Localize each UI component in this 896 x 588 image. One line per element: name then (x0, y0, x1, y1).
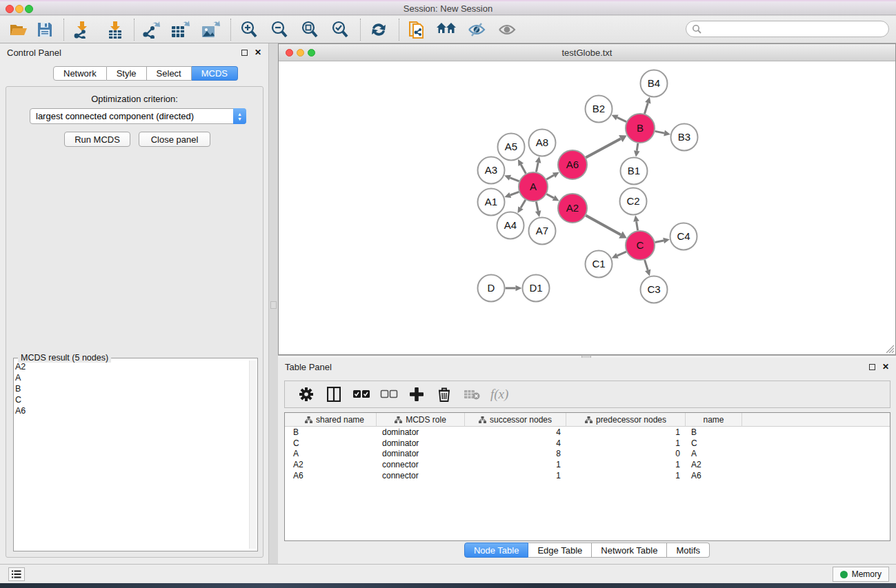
network-canvas[interactable]: B4B2BB3A8A5A6A3B1AC2A1A2A4A7C4CC1C3DD1 (279, 61, 895, 354)
criterion-dropdown[interactable]: largest connected component (directed) ▲… (30, 108, 246, 124)
tab-network[interactable]: Network (53, 66, 107, 81)
home-icon[interactable] (433, 19, 459, 41)
column-header[interactable]: successor nodes (465, 413, 566, 427)
column-header[interactable]: MCDS role (377, 413, 465, 427)
run-mcds-button[interactable]: Run MCDS (64, 132, 130, 147)
graph-edge[interactable] (645, 260, 648, 270)
graph-edge[interactable] (521, 200, 526, 208)
table-panel: Table Panel ✕ f(x) shared name MC (278, 358, 896, 564)
graph-edge[interactable] (637, 221, 638, 230)
import-network-icon[interactable] (69, 19, 95, 41)
refresh-icon[interactable] (366, 19, 392, 41)
graph-edge[interactable] (546, 175, 554, 179)
graph-edge[interactable] (536, 202, 538, 212)
hierarchy-icon (585, 416, 593, 423)
node-label: C (637, 239, 644, 251)
close-panel-icon[interactable]: ✕ (882, 362, 889, 372)
table-tabs: Node Table Edge Table Network Table Moti… (278, 543, 896, 558)
edge-arrowhead-icon (516, 285, 522, 292)
close-panel-icon[interactable]: ✕ (255, 48, 261, 57)
status-bar: Memory (0, 564, 896, 583)
mcds-result-list[interactable]: A2 A B C A6 (15, 361, 26, 416)
tab-mcds[interactable]: MCDS (192, 66, 238, 81)
graph-edge[interactable] (586, 139, 621, 157)
result-scrollbar[interactable] (249, 361, 256, 549)
float-panel-icon[interactable] (869, 364, 875, 370)
table-row[interactable]: Bdominator 41 B (285, 427, 890, 438)
task-history-button[interactable] (8, 567, 25, 581)
result-item[interactable]: C (15, 394, 26, 405)
zoom-out-icon[interactable] (266, 19, 292, 41)
add-icon[interactable] (408, 385, 426, 403)
result-item[interactable]: A6 (15, 405, 26, 416)
close-panel-button[interactable]: Close panel (139, 132, 210, 147)
control-panel-header: Control Panel ✕ (0, 43, 268, 61)
node-label: A4 (504, 219, 517, 231)
edge-arrowhead-icon (645, 270, 650, 276)
zoom-in-icon[interactable] (236, 19, 262, 41)
export-table-icon[interactable] (167, 19, 193, 41)
tab-select[interactable]: Select (147, 66, 192, 81)
show-details-icon[interactable] (494, 19, 520, 41)
zoom-selected-icon[interactable] (327, 19, 353, 41)
table-row[interactable]: A2connector 11 A2 (285, 459, 890, 470)
tab-node-table[interactable]: Node Table (464, 543, 529, 558)
dropdown-stepper-icon: ▲▼ (233, 108, 246, 124)
network-title: testGlobe.txt (279, 48, 895, 58)
tab-style[interactable]: Style (107, 66, 147, 81)
graph-edge[interactable] (617, 117, 626, 121)
column-header[interactable]: name (686, 413, 742, 427)
column-header[interactable]: predecessor nodes (566, 413, 686, 427)
graph-edge[interactable] (655, 241, 664, 243)
resize-grip-icon[interactable] (884, 343, 894, 353)
tab-motifs[interactable]: Motifs (667, 543, 710, 558)
graph-edge[interactable] (586, 216, 621, 235)
graph-edge[interactable] (536, 163, 538, 172)
delete-icon[interactable] (435, 385, 453, 403)
column-layout-icon[interactable] (325, 385, 343, 403)
network-graph[interactable]: B4B2BB3A8A5A6A3B1AC2A1A2A4A7C4CC1C3DD1 (279, 61, 895, 354)
open-file-icon[interactable] (6, 19, 32, 41)
search-box[interactable] (686, 21, 889, 37)
result-item[interactable]: A (15, 372, 26, 383)
control-panel-tabs: Network Style Select MCDS (53, 66, 238, 81)
node-label: A6 (566, 159, 579, 170)
graph-edge[interactable] (617, 252, 626, 256)
tab-network-table[interactable]: Network Table (592, 543, 667, 558)
unselect-all-columns-icon[interactable] (380, 385, 398, 403)
table-row[interactable]: Cdominator 41 C (285, 438, 890, 449)
delete-table-icon[interactable] (463, 385, 481, 403)
network-window-titlebar[interactable]: testGlobe.txt (279, 44, 895, 61)
function-builder-icon[interactable]: f(x) (490, 387, 508, 402)
node-table[interactable]: shared name MCDS role successor nodes pr… (284, 412, 890, 541)
zoom-fit-icon[interactable] (297, 19, 323, 41)
graph-edge[interactable] (546, 194, 553, 199)
search-input[interactable] (701, 24, 874, 34)
result-item[interactable]: B (15, 383, 26, 394)
node-label: C2 (626, 195, 639, 207)
tab-edge-table[interactable]: Edge Table (528, 543, 592, 558)
graph-edge[interactable] (655, 131, 665, 133)
table-row[interactable]: Adominator 80 A (285, 449, 890, 460)
graph-edge[interactable] (510, 178, 519, 181)
export-network-icon[interactable] (138, 19, 164, 41)
select-all-columns-icon[interactable] (352, 385, 370, 403)
save-session-icon[interactable] (32, 19, 58, 41)
graph-edge[interactable] (510, 192, 519, 195)
split-divider-handle[interactable] (270, 301, 277, 309)
session-title: Session: New Session (0, 3, 896, 14)
graph-edge[interactable] (521, 165, 526, 174)
import-table-icon[interactable] (102, 19, 128, 41)
float-panel-icon[interactable] (241, 50, 248, 56)
graph-edge[interactable] (644, 103, 648, 114)
table-row[interactable]: A6connector 11 A6 (285, 470, 890, 481)
memory-button[interactable]: Memory (833, 567, 889, 582)
column-header[interactable]: shared name (285, 413, 377, 427)
graph-edge[interactable] (637, 143, 638, 151)
settings-gear-icon[interactable] (297, 385, 315, 403)
edge-arrowhead-icon (535, 210, 541, 217)
new-network-icon[interactable] (404, 19, 430, 41)
hide-details-icon[interactable] (464, 19, 490, 41)
result-item[interactable]: A2 (15, 361, 26, 372)
export-image-icon[interactable] (197, 19, 223, 41)
